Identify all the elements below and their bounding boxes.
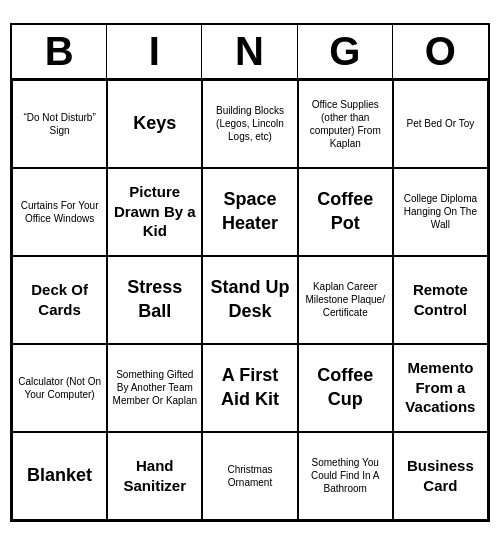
bingo-card: BINGO “Do Not Disturb” SignKeysBuilding … bbox=[10, 23, 490, 522]
bingo-cell-22: Christmas Ornament bbox=[202, 432, 297, 520]
bingo-letter-o: O bbox=[393, 25, 488, 78]
bingo-cell-12: Stand Up Desk bbox=[202, 256, 297, 344]
bingo-letter-g: G bbox=[298, 25, 393, 78]
bingo-cell-24: Business Card bbox=[393, 432, 488, 520]
bingo-cell-4: Pet Bed Or Toy bbox=[393, 80, 488, 168]
bingo-cell-3: Office Supplies (other than computer) Fr… bbox=[298, 80, 393, 168]
bingo-cell-2: Building Blocks (Legos, Lincoln Logs, et… bbox=[202, 80, 297, 168]
bingo-letter-i: I bbox=[107, 25, 202, 78]
bingo-cell-19: Memento From a Vacations bbox=[393, 344, 488, 432]
bingo-grid: “Do Not Disturb” SignKeysBuilding Blocks… bbox=[12, 80, 488, 520]
bingo-cell-11: Stress Ball bbox=[107, 256, 202, 344]
bingo-cell-10: Deck Of Cards bbox=[12, 256, 107, 344]
bingo-cell-17: A First Aid Kit bbox=[202, 344, 297, 432]
bingo-header: BINGO bbox=[12, 25, 488, 80]
bingo-cell-6: Picture Drawn By a Kid bbox=[107, 168, 202, 256]
bingo-cell-5: Curtains For Your Office Windows bbox=[12, 168, 107, 256]
bingo-cell-9: College Diploma Hanging On The Wall bbox=[393, 168, 488, 256]
bingo-letter-n: N bbox=[202, 25, 297, 78]
bingo-cell-15: Calculator (Not On Your Computer) bbox=[12, 344, 107, 432]
bingo-cell-7: Space Heater bbox=[202, 168, 297, 256]
bingo-cell-18: Coffee Cup bbox=[298, 344, 393, 432]
bingo-letter-b: B bbox=[12, 25, 107, 78]
bingo-cell-1: Keys bbox=[107, 80, 202, 168]
bingo-cell-20: Blanket bbox=[12, 432, 107, 520]
bingo-cell-8: Coffee Pot bbox=[298, 168, 393, 256]
bingo-cell-13: Kaplan Career Milestone Plaque/ Certific… bbox=[298, 256, 393, 344]
bingo-cell-0: “Do Not Disturb” Sign bbox=[12, 80, 107, 168]
bingo-cell-21: Hand Sanitizer bbox=[107, 432, 202, 520]
bingo-cell-16: Something Gifted By Another Team Member … bbox=[107, 344, 202, 432]
bingo-cell-23: Something You Could Find In A Bathroom bbox=[298, 432, 393, 520]
bingo-cell-14: Remote Control bbox=[393, 256, 488, 344]
